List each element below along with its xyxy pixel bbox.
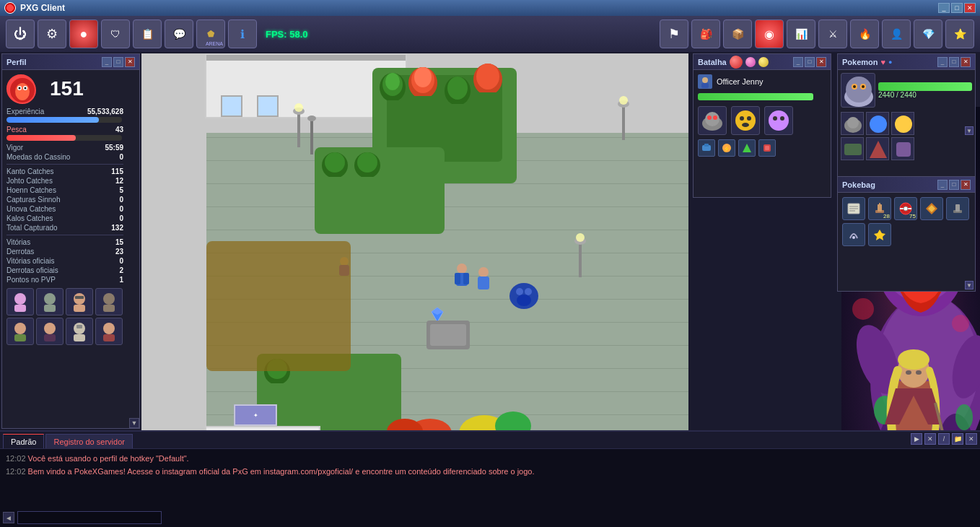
pokebag-resize-btn[interactable]: □	[949, 180, 959, 190]
batalha-resize-btn[interactable]: □	[805, 57, 815, 67]
svg-point-15	[14, 323, 26, 334]
batalha-content: Officer Jenny	[694, 70, 831, 161]
player-character	[452, 263, 472, 290]
chat-input-row: ◄	[3, 511, 162, 524]
window-title: PXG Client	[20, 3, 65, 13]
pvp-label: Pontos no PVP	[6, 276, 56, 284]
chat-tab-padrao-label: Padrão	[11, 437, 36, 446]
pokemon-close-btn[interactable]: ✕	[961, 57, 971, 67]
svg-rect-18	[44, 334, 56, 341]
battle-icon-3	[758, 57, 769, 67]
chat-input-field[interactable]	[17, 511, 162, 524]
chat-button[interactable]: 💬	[165, 19, 193, 48]
arena-button[interactable]: ⬟ ARENA	[196, 19, 225, 48]
chat-tab-server[interactable]: Registro do servidor	[45, 434, 132, 448]
total-label: Total Capturado	[6, 224, 58, 232]
perfil-resize-btn[interactable]: □	[113, 57, 123, 67]
avatar-thumb-1[interactable]	[6, 288, 34, 315]
chat-ctrl-close[interactable]: ✕	[966, 433, 977, 445]
pvp-row: Pontos no PVP 1	[6, 276, 135, 284]
info-button[interactable]: ℹ	[228, 19, 257, 48]
avatar-thumb-7[interactable]	[66, 318, 93, 345]
bag-item-1[interactable]	[842, 197, 865, 220]
pokebag-close-btn[interactable]: ✕	[961, 180, 971, 190]
bag-item-4[interactable]	[920, 197, 943, 220]
pokemon-minimize-btn[interactable]: _	[937, 57, 948, 67]
chat-ctrl-folder[interactable]: 📁	[952, 433, 963, 445]
vitorias-oficiais-label: Vitórias oficiais	[6, 257, 55, 265]
chat-nav-prev[interactable]: ◄	[3, 512, 14, 523]
attack-icon: ⚔	[828, 28, 838, 40]
star-button[interactable]: ⭐	[945, 19, 974, 48]
svg-point-78	[742, 123, 749, 127]
chat-ctrl-play[interactable]: ▶	[911, 433, 922, 445]
close-button[interactable]: ✕	[964, 3, 976, 13]
batalha-close-btn[interactable]: ✕	[816, 57, 826, 67]
svg-point-76	[740, 116, 744, 121]
battle-item-1[interactable]	[698, 139, 715, 157]
svg-point-90	[846, 77, 872, 103]
battle-item-2[interactable]: ⚡	[718, 139, 735, 157]
game-background: ✦	[141, 53, 688, 484]
bag-item-3[interactable]: 75	[894, 197, 917, 220]
bag-item-2[interactable]: 28	[868, 197, 891, 220]
info-icon: ℹ	[240, 27, 245, 41]
svg-point-29	[414, 67, 432, 87]
attack-button[interactable]: ⚔	[818, 19, 847, 48]
trainer-button[interactable]: 👤	[882, 19, 911, 48]
shield-icon: 🛡	[110, 28, 121, 40]
pokemon-resize-btn[interactable]: □	[949, 57, 959, 67]
chat-tabs: Padrão Registro do servidor ▶ ✕ / 📁 ✕	[0, 432, 980, 449]
avatar-thumb-5[interactable]	[6, 318, 34, 345]
items-button[interactable]: 📋	[133, 19, 162, 48]
party-button[interactable]: ⚑	[660, 19, 688, 48]
power-button[interactable]: ⏻	[6, 19, 35, 48]
app-icon	[4, 2, 16, 14]
perfil-minimize-btn[interactable]: _	[102, 57, 112, 67]
pokemon-scroll-btn[interactable]: ▼	[965, 126, 974, 135]
list-button[interactable]: 📊	[787, 19, 815, 48]
minimize-button[interactable]: _	[938, 3, 950, 13]
battle-item-4[interactable]	[758, 139, 776, 157]
fire-button[interactable]: 🔥	[850, 19, 879, 48]
pokeball-button[interactable]: ◉	[755, 19, 784, 48]
perfil-content: 151 Experiência 55,533,628 Pesca 43 Vigo…	[2, 70, 139, 349]
vitorias-value: 15	[115, 238, 123, 246]
pokeball-red-icon: ●	[80, 27, 88, 42]
bag-item-6[interactable]	[842, 223, 865, 246]
bag-item-7[interactable]	[868, 223, 891, 246]
svg-point-35	[325, 152, 345, 173]
shield-button[interactable]: 🛡	[101, 19, 130, 48]
svg-point-8	[44, 293, 56, 305]
avatar-thumb-3[interactable]	[66, 288, 93, 315]
chat-ctrl-stop[interactable]: ✕	[924, 433, 936, 445]
heart-icon: ♥	[881, 58, 886, 66]
svg-point-37	[357, 152, 377, 173]
battle-item-3[interactable]	[738, 139, 756, 157]
svg-text:⚡: ⚡	[723, 145, 730, 152]
pokeball-icon: ◉	[764, 27, 774, 41]
diamond-button[interactable]: 💎	[914, 19, 942, 48]
settings-button[interactable]: ⚙	[38, 19, 66, 48]
avatar-thumb-8[interactable]	[95, 318, 123, 345]
perfil-scroll-down[interactable]: ▼	[129, 418, 139, 428]
bag-button[interactable]: 🎒	[691, 19, 720, 48]
svg-point-51	[457, 264, 467, 274]
maximize-button[interactable]: □	[951, 3, 963, 13]
batalha-minimize-btn[interactable]: _	[793, 57, 803, 67]
avatar-thumb-2[interactable]	[36, 288, 64, 315]
pokebag-minimize-btn[interactable]: _	[937, 180, 948, 190]
chat-ctrl-edit[interactable]: /	[938, 433, 950, 445]
perfil-header: Perfil _ □ ✕	[2, 54, 139, 70]
avatar-thumb-4[interactable]	[95, 288, 123, 315]
quest-button[interactable]: 📦	[723, 19, 752, 48]
avatar-thumb-6[interactable]	[36, 318, 64, 345]
pokeball-red-button[interactable]: ●	[69, 19, 98, 48]
game-viewport[interactable]: ✦	[141, 53, 688, 484]
chat-tab-padrao[interactable]: Padrão	[3, 434, 44, 448]
svg-rect-23	[103, 334, 115, 341]
bag-item-5[interactable]	[946, 197, 969, 220]
pokebag-scroll[interactable]: ▼	[965, 281, 974, 289]
arena-label: ARENA	[206, 41, 223, 46]
perfil-close-btn[interactable]: ✕	[125, 57, 135, 67]
